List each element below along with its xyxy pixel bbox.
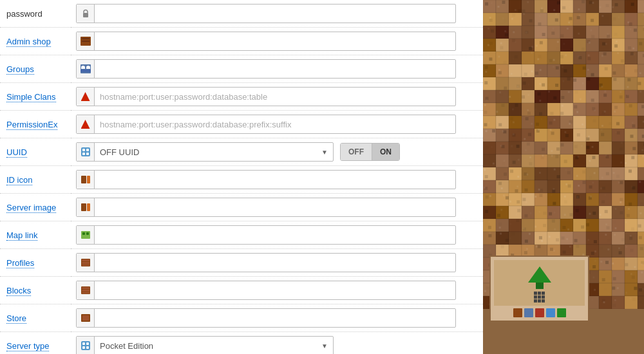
id-icon-input[interactable]: pocket bbox=[95, 172, 455, 187]
grid-dot bbox=[534, 292, 537, 295]
permissionex-input-cell bbox=[71, 111, 483, 138]
grid-dot bbox=[538, 295, 541, 299]
store-icon bbox=[77, 309, 95, 327]
server-image-icon bbox=[77, 198, 95, 216]
id-icon-label: ID icon bbox=[0, 166, 71, 194]
simple-clans-icon bbox=[77, 88, 95, 106]
server-type-input-cell: Pocket Edition Java Edition ▼ bbox=[71, 332, 483, 355]
uuid-row: UUID OFF UUID bbox=[0, 138, 483, 166]
uuid-label: UUID bbox=[0, 138, 71, 166]
mini-preview-panel bbox=[489, 256, 589, 322]
simple-clans-label: Simple Clans bbox=[0, 83, 71, 111]
profiles-input-cell: /home/n18458/public_html/cmsminecraftsho… bbox=[71, 249, 483, 277]
permissionex-field-wrapper bbox=[76, 115, 456, 134]
uuid-link[interactable]: UUID bbox=[6, 147, 27, 158]
store-field-wrapper: store bbox=[76, 308, 456, 328]
uuid-input-cell: OFF UUID ON UUID ▼ OFF ON bbox=[71, 138, 483, 166]
password-row: password bbox=[0, 0, 483, 28]
uuid-toggle-on[interactable]: ON bbox=[372, 144, 399, 160]
server-type-link[interactable]: Server type bbox=[6, 341, 49, 351]
uuid-toggle-off[interactable]: OFF bbox=[341, 144, 372, 160]
blocks-input-cell: ./style/images/items/ bbox=[71, 277, 483, 304]
groups-label: Groups bbox=[0, 55, 71, 83]
uuid-select-wrapper: OFF UUID ON UUID ▼ bbox=[76, 142, 334, 162]
store-input-cell: store bbox=[71, 304, 483, 332]
id-icon-input-cell: pocket bbox=[71, 166, 483, 194]
map-link-input[interactable]: /map/mc.vpn.by-25565/ bbox=[95, 228, 455, 243]
profiles-icon bbox=[77, 254, 95, 272]
password-input[interactable] bbox=[95, 6, 455, 21]
grid-dot bbox=[534, 295, 537, 299]
grid-dot bbox=[534, 299, 537, 303]
server-image-row: Server image tablet.png bbox=[0, 194, 483, 221]
main-panel: password Admin shop bbox=[0, 0, 483, 354]
store-label: Store bbox=[0, 304, 71, 332]
groups-input-cell: 1,2,3,4,5,6,7,8,9 bbox=[71, 55, 483, 83]
permissionex-label: PermissionEx bbox=[0, 111, 71, 138]
up-arrow-icon bbox=[528, 266, 551, 283]
map-link-field-wrapper: /map/mc.vpn.by-25565/ bbox=[76, 225, 456, 245]
server-type-select[interactable]: Pocket Edition Java Edition bbox=[95, 339, 316, 353]
simple-clans-field-wrapper bbox=[76, 87, 456, 106]
groups-row: Groups 1,2,3,4,5,6,7,8,9 bbox=[0, 55, 483, 83]
blocks-input[interactable]: ./style/images/items/ bbox=[95, 283, 455, 298]
simple-clans-input-cell bbox=[71, 83, 483, 111]
server-image-input[interactable]: tablet.png bbox=[95, 200, 455, 215]
server-type-row: Server type Pocket Edition Java Ed bbox=[0, 332, 483, 355]
map-link-link[interactable]: Map link bbox=[6, 230, 37, 241]
server-type-label: Server type bbox=[0, 332, 71, 355]
blocks-field-wrapper: ./style/images/items/ bbox=[76, 281, 456, 300]
server-image-link[interactable]: Server image bbox=[6, 203, 56, 213]
password-label: password bbox=[0, 0, 71, 28]
simple-clans-input[interactable] bbox=[95, 89, 455, 104]
permissionex-icon bbox=[77, 115, 95, 133]
blocks-link[interactable]: Blocks bbox=[6, 286, 31, 296]
store-link[interactable]: Store bbox=[6, 313, 26, 324]
map-link-icon bbox=[77, 226, 95, 244]
uuid-icon bbox=[77, 143, 95, 161]
map-link-label: Map link bbox=[0, 221, 71, 249]
mini-icon-1 bbox=[513, 308, 522, 317]
mini-icon-2 bbox=[524, 308, 533, 317]
uuid-select[interactable]: OFF UUID ON UUID bbox=[95, 145, 316, 160]
simple-clans-link[interactable]: Simple Clans bbox=[6, 92, 56, 102]
map-link-row: Map link /map/mc.vpn.by-25565/ bbox=[0, 221, 483, 249]
arrow-stem bbox=[536, 283, 544, 289]
mini-icon-3 bbox=[535, 308, 544, 317]
admin-shop-icon bbox=[77, 32, 95, 50]
server-image-label: Server image bbox=[0, 194, 71, 221]
groups-input[interactable]: 1,2,3,4,5,6,7,8,9 bbox=[95, 62, 455, 77]
admin-shop-field-wrapper: shop bbox=[76, 32, 456, 51]
password-icon bbox=[77, 5, 95, 23]
admin-shop-input[interactable]: shop bbox=[95, 34, 455, 49]
profiles-label: Profiles bbox=[0, 249, 71, 277]
map-link-input-cell: /map/mc.vpn.by-25565/ bbox=[71, 221, 483, 249]
blocks-icon bbox=[77, 281, 95, 299]
store-input[interactable]: store bbox=[95, 311, 455, 326]
server-image-input-cell: tablet.png bbox=[71, 194, 483, 221]
permissionex-link[interactable]: PermissionEx bbox=[6, 120, 57, 130]
password-input-cell bbox=[71, 0, 483, 28]
id-icon-row: ID icon pocket bbox=[0, 166, 483, 194]
groups-field-wrapper: 1,2,3,4,5,6,7,8,9 bbox=[76, 59, 456, 79]
svg-rect-0 bbox=[83, 13, 88, 17]
server-type-icon bbox=[77, 337, 95, 354]
groups-link[interactable]: Groups bbox=[6, 64, 34, 75]
admin-shop-row: Admin shop shop bbox=[0, 28, 483, 55]
profiles-link[interactable]: Profiles bbox=[6, 258, 34, 268]
admin-shop-link[interactable]: Admin shop bbox=[6, 37, 51, 47]
sidebar-texture bbox=[483, 0, 644, 354]
permissionex-row: PermissionEx bbox=[0, 111, 483, 138]
grid-dot bbox=[542, 292, 545, 295]
mini-icon-5 bbox=[557, 308, 566, 317]
profiles-field-wrapper: /home/n18458/public_html/cmsminecraftsho… bbox=[76, 253, 456, 272]
admin-shop-input-cell: shop bbox=[71, 28, 483, 55]
uuid-controls: OFF UUID ON UUID ▼ OFF ON bbox=[76, 142, 478, 162]
id-icon-link[interactable]: ID icon bbox=[6, 175, 32, 185]
blocks-label: Blocks bbox=[0, 277, 71, 304]
profiles-input[interactable]: /home/n18458/public_html/cmsminecraftsho… bbox=[95, 256, 455, 270]
mini-icons-row bbox=[494, 308, 585, 317]
id-icon-icon bbox=[77, 171, 95, 189]
admin-shop-label: Admin shop bbox=[0, 28, 71, 55]
permissionex-input[interactable] bbox=[95, 117, 455, 132]
